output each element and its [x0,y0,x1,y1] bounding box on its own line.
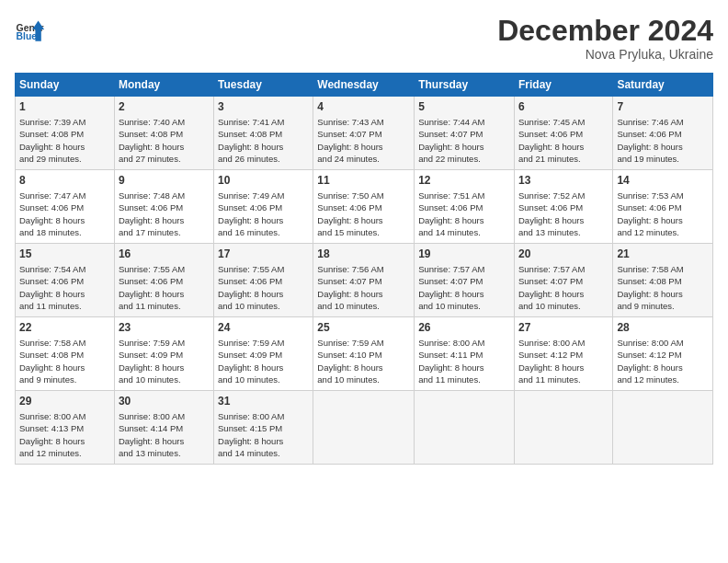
day-info-line: and 24 minutes. [317,153,410,165]
day-number: 3 [218,99,309,115]
day-info-line: Daylight: 8 hours [19,362,110,373]
weekday-header-row: SundayMondayTuesdayWednesdayThursdayFrid… [16,74,713,97]
day-number: 11 [317,173,410,189]
day-info-line: Sunset: 4:07 PM [317,128,410,140]
day-number: 1 [19,99,110,115]
day-number: 20 [518,247,609,262]
calendar-cell: 4Sunrise: 7:43 AMSunset: 4:07 PMDaylight… [313,97,415,170]
page-container: General Blue December 2024 Nova Pryluka,… [0,0,728,472]
day-info-line: Daylight: 8 hours [19,435,110,447]
day-info-line: and 13 minutes. [518,226,609,238]
weekday-header-monday: Monday [114,74,213,97]
day-info-line: and 14 minutes. [418,226,510,238]
day-info-line: Daylight: 8 hours [119,288,210,300]
day-info-line: Daylight: 8 hours [119,141,210,153]
day-info-line: Sunset: 4:06 PM [218,201,309,213]
day-number: 6 [518,99,609,115]
week-row-5: 29Sunrise: 8:00 AMSunset: 4:13 PMDayligh… [16,391,713,465]
day-info-line: Sunrise: 7:50 AM [317,190,410,201]
calendar-cell: 10Sunrise: 7:49 AMSunset: 4:06 PMDayligh… [214,170,313,244]
day-number: 31 [218,394,309,409]
calendar-cell [415,391,515,465]
day-number: 28 [617,320,709,336]
day-number: 13 [518,173,609,189]
day-info-line: and 9 minutes. [19,373,110,385]
day-info-line: Sunrise: 7:44 AM [418,116,510,128]
day-number: 22 [19,320,110,336]
day-info-line: Sunset: 4:06 PM [218,275,309,287]
weekday-header-thursday: Thursday [415,74,515,97]
day-info-line: Sunset: 4:13 PM [19,422,110,434]
calendar-cell: 21Sunrise: 7:58 AMSunset: 4:08 PMDayligh… [613,244,713,317]
day-info-line: Sunrise: 7:51 AM [418,190,510,201]
day-number: 14 [617,173,709,189]
day-info-line: and 10 minutes. [119,373,210,385]
day-info-line: and 17 minutes. [119,226,210,238]
day-info-line: Sunset: 4:14 PM [119,422,210,434]
day-number: 5 [418,99,510,115]
day-info-line: Daylight: 8 hours [218,435,309,447]
day-info-line: Sunset: 4:08 PM [218,128,309,140]
calendar-cell: 24Sunrise: 7:59 AMSunset: 4:09 PMDayligh… [214,317,313,391]
calendar-cell [313,391,415,465]
day-info-line: and 12 minutes. [617,373,709,385]
day-info-line: and 19 minutes. [617,153,709,165]
day-info-line: Daylight: 8 hours [218,288,309,300]
month-title: December 2024 [497,15,713,47]
day-info-line: Daylight: 8 hours [518,288,609,300]
day-info-line: Sunrise: 7:59 AM [119,337,210,349]
day-info-line: Sunset: 4:06 PM [617,128,709,140]
calendar-cell: 28Sunrise: 8:00 AMSunset: 4:12 PMDayligh… [613,317,713,391]
title-area: December 2024 Nova Pryluka, Ukraine [497,15,713,62]
calendar-cell: 27Sunrise: 8:00 AMSunset: 4:12 PMDayligh… [514,317,612,391]
calendar-cell: 15Sunrise: 7:54 AMSunset: 4:06 PMDayligh… [16,244,115,317]
week-row-2: 8Sunrise: 7:47 AMSunset: 4:06 PMDaylight… [16,170,713,244]
day-number: 16 [119,247,210,262]
day-info-line: Daylight: 8 hours [617,214,709,226]
calendar-cell: 16Sunrise: 7:55 AMSunset: 4:06 PMDayligh… [114,244,213,317]
day-number: 2 [119,99,210,115]
day-info-line: and 14 minutes. [218,447,309,459]
day-info-line: Daylight: 8 hours [617,141,709,153]
day-info-line: Sunset: 4:12 PM [518,349,609,361]
day-info-line: and 22 minutes. [418,153,510,165]
day-info-line: Sunrise: 7:57 AM [518,263,609,275]
day-info-line: and 10 minutes. [317,300,410,312]
day-number: 8 [19,173,110,189]
calendar-cell: 14Sunrise: 7:53 AMSunset: 4:06 PMDayligh… [613,170,713,244]
location-subtitle: Nova Pryluka, Ukraine [497,47,713,62]
week-row-1: 1Sunrise: 7:39 AMSunset: 4:08 PMDaylight… [16,97,713,170]
day-info-line: Sunset: 4:06 PM [518,201,609,213]
weekday-header-tuesday: Tuesday [214,74,313,97]
day-number: 17 [218,247,309,262]
day-info-line: Sunset: 4:06 PM [418,201,510,213]
day-info-line: Sunset: 4:07 PM [317,275,410,287]
day-info-line: and 11 minutes. [418,373,510,385]
day-info-line: Sunset: 4:06 PM [617,201,709,213]
day-info-line: Sunrise: 7:49 AM [218,190,309,201]
day-info-line: Sunset: 4:06 PM [317,201,410,213]
day-info-line: Sunrise: 7:47 AM [19,190,110,201]
day-number: 27 [518,320,609,336]
day-info-line: Sunset: 4:08 PM [617,275,709,287]
day-info-line: and 13 minutes. [119,447,210,459]
day-info-line: Sunrise: 8:00 AM [119,410,210,422]
day-info-line: Sunset: 4:12 PM [617,349,709,361]
day-info-line: Sunset: 4:06 PM [119,201,210,213]
logo-icon: General Blue [15,15,44,44]
day-info-line: Daylight: 8 hours [317,141,410,153]
calendar-cell: 22Sunrise: 7:58 AMSunset: 4:08 PMDayligh… [16,317,115,391]
day-info-line: and 10 minutes. [418,300,510,312]
calendar-cell: 31Sunrise: 8:00 AMSunset: 4:15 PMDayligh… [214,391,313,465]
day-info-line: Sunrise: 7:45 AM [518,116,609,128]
day-info-line: Sunset: 4:08 PM [19,349,110,361]
day-info-line: Sunrise: 8:00 AM [617,337,709,349]
day-info-line: and 12 minutes. [617,226,709,238]
day-info-line: Sunset: 4:09 PM [119,349,210,361]
day-info-line: and 12 minutes. [19,447,110,459]
day-info-line: Sunrise: 7:40 AM [119,116,210,128]
day-number: 30 [119,394,210,409]
weekday-header-friday: Friday [514,74,612,97]
calendar-cell: 9Sunrise: 7:48 AMSunset: 4:06 PMDaylight… [114,170,213,244]
day-number: 18 [317,247,410,262]
